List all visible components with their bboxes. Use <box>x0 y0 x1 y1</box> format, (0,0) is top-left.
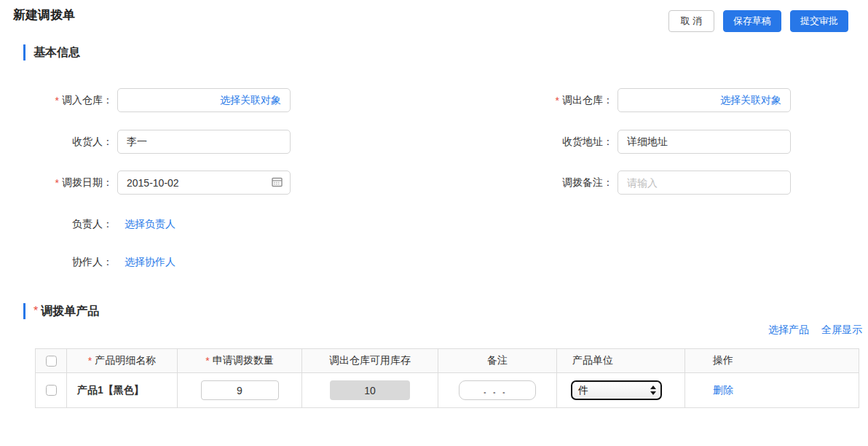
action-cell: 删除 <box>685 373 859 407</box>
row-checkbox[interactable] <box>46 385 57 396</box>
submit-approval-button[interactable]: 提交审批 <box>790 10 848 32</box>
cancel-button[interactable]: 取 消 <box>668 10 714 32</box>
required-asterisk: * <box>33 305 38 318</box>
transfer-date-value: 2015-10-02 <box>127 177 179 189</box>
qty-cell <box>178 373 302 407</box>
transfer-remark-input-box <box>618 171 791 195</box>
select-owner-link[interactable]: 选择负责人 <box>125 218 175 231</box>
section-accent-bar <box>23 44 25 60</box>
products-toolbar: 选择产品 全屏显示 <box>768 324 862 337</box>
basic-info-section-title: 基本信息 <box>33 45 80 60</box>
fullscreen-link[interactable]: 全屏显示 <box>821 324 862 337</box>
top-action-bar: 取 消 保存草稿 提交审批 <box>668 10 848 32</box>
header-product-name: * 产品明细名称 <box>67 349 178 372</box>
in-warehouse-label: * 调入仓库： <box>4 94 113 107</box>
available-stock-value: 10 <box>330 380 410 400</box>
row-checkbox-cell <box>36 373 67 407</box>
select-collaborator-link[interactable]: 选择协作人 <box>125 256 175 269</box>
save-draft-button[interactable]: 保存草稿 <box>723 10 781 32</box>
remark-input[interactable] <box>459 380 536 400</box>
address-input-box <box>618 130 791 154</box>
products-table-header: * 产品明细名称 * 申请调拨数量 调出仓库可用库存 备注 产品单位 操作 <box>36 349 859 373</box>
field-in-warehouse: * 调入仓库： 选择关联对象 <box>4 88 291 112</box>
in-warehouse-select-link[interactable]: 选择关联对象 <box>220 94 281 107</box>
transfer-date-input[interactable]: 2015-10-02 <box>117 171 291 195</box>
basic-info-section-header: 基本信息 <box>23 44 80 61</box>
new-transfer-order-page: 新建调拨单 取 消 保存草稿 提交审批 基本信息 * 调入仓库： 选择关联对象 … <box>0 0 868 446</box>
select-product-link[interactable]: 选择产品 <box>768 324 809 337</box>
products-section-header: * 调拨单产品 <box>23 302 99 320</box>
unit-select-value: 件 <box>578 384 650 397</box>
section-accent-bar <box>23 303 25 319</box>
select-all-checkbox[interactable] <box>46 356 57 367</box>
transfer-date-label: * 调拨日期： <box>4 176 113 189</box>
field-receiver: 收货人： <box>4 130 291 154</box>
products-table: * 产品明细名称 * 申请调拨数量 调出仓库可用库存 备注 产品单位 操作 产品… <box>35 348 859 408</box>
header-remark: 备注 <box>438 349 557 372</box>
required-asterisk: * <box>88 355 92 367</box>
table-row: 产品1【黑色】 10 件 删除 <box>36 373 859 407</box>
qty-input[interactable] <box>201 380 279 400</box>
transfer-remark-input[interactable] <box>618 171 790 194</box>
field-transfer-remark: 调拨备注： <box>504 171 791 195</box>
required-asterisk: * <box>55 95 59 106</box>
unit-select[interactable]: 件 <box>571 380 662 400</box>
transfer-remark-label: 调拨备注： <box>504 176 613 189</box>
unit-cell: 件 <box>557 373 685 407</box>
field-address: 收货地址： <box>504 130 791 154</box>
address-input[interactable] <box>618 130 790 153</box>
header-action: 操作 <box>685 349 859 372</box>
out-warehouse-select-link[interactable]: 选择关联对象 <box>720 94 781 107</box>
required-asterisk: * <box>205 355 209 367</box>
products-section-title: 调拨单产品 <box>41 304 99 319</box>
delete-row-link[interactable]: 删除 <box>713 384 733 397</box>
required-asterisk: * <box>55 177 59 189</box>
header-available-stock: 调出仓库可用库存 <box>302 349 438 372</box>
page-title: 新建调拨单 <box>13 7 75 23</box>
calendar-icon[interactable] <box>272 176 283 189</box>
collaborator-label: 协作人： <box>4 256 113 269</box>
header-qty: * 申请调拨数量 <box>178 349 302 372</box>
out-warehouse-input[interactable]: 选择关联对象 <box>618 88 791 112</box>
remark-cell <box>438 373 557 407</box>
field-collaborator: 协作人： 选择协作人 <box>4 250 175 274</box>
required-asterisk: * <box>556 95 559 106</box>
field-transfer-date: * 调拨日期： 2015-10-02 <box>4 171 291 195</box>
receiver-input[interactable] <box>118 130 290 153</box>
receiver-input-box <box>117 130 291 154</box>
header-checkbox-cell <box>36 349 67 372</box>
field-out-warehouse: * 调出仓库： 选择关联对象 <box>504 88 791 112</box>
receiver-label: 收货人： <box>4 136 113 149</box>
address-label: 收货地址： <box>504 136 613 149</box>
in-warehouse-input[interactable]: 选择关联对象 <box>117 88 291 112</box>
product-name-cell: 产品1【黑色】 <box>67 373 178 407</box>
header-unit: 产品单位 <box>557 349 685 372</box>
owner-label: 负责人： <box>4 218 113 231</box>
select-stepper-icon <box>650 386 656 395</box>
field-owner: 负责人： 选择负责人 <box>4 212 175 236</box>
out-warehouse-label: * 调出仓库： <box>504 94 613 107</box>
available-stock-cell: 10 <box>302 373 438 407</box>
